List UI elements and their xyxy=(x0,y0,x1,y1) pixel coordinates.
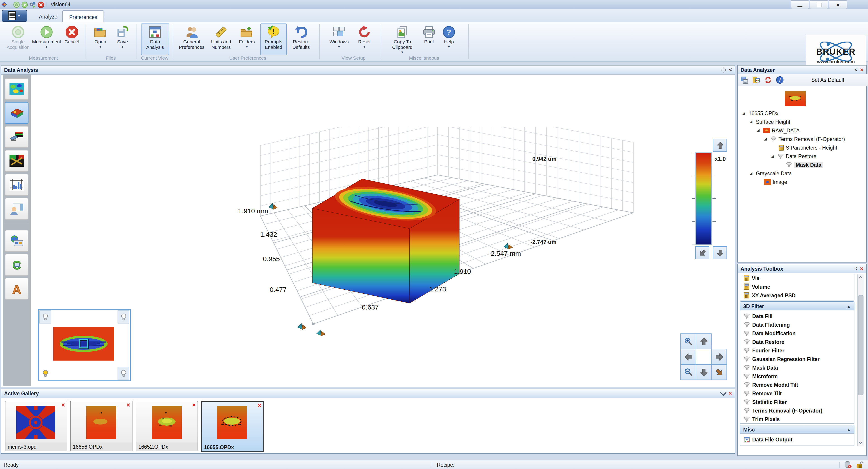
scroll-down-icon[interactable] xyxy=(859,440,863,445)
toolbox-item-remove-tilt[interactable]: Remove Tilt xyxy=(740,389,857,398)
dataset-thumbnail[interactable] xyxy=(785,91,806,106)
tree-item-surface-height[interactable]: ◢Surface Height xyxy=(749,118,790,126)
expand-arrow-icon[interactable]: ◢ xyxy=(749,171,754,175)
scroll-up-icon[interactable] xyxy=(859,276,863,280)
folders-button[interactable]: Folders▼ xyxy=(236,24,258,55)
tree-item-image[interactable]: Image xyxy=(764,177,787,186)
database-log-icon[interactable] xyxy=(752,76,761,84)
toolbox-item-data-restore[interactable]: Data Restore xyxy=(740,337,857,346)
expand-arrow-icon[interactable]: ◢ xyxy=(757,128,761,132)
collapse-panel-icon[interactable]: < xyxy=(729,67,732,72)
light-toggle-top-right[interactable] xyxy=(118,310,129,324)
toolbox-scrollbar[interactable] xyxy=(857,274,864,446)
section-misc[interactable]: Misc▲ xyxy=(740,425,855,434)
light-toggle-top-left[interactable] xyxy=(39,310,51,324)
view-x-profile-button[interactable] xyxy=(5,150,29,172)
navigator-minimap[interactable] xyxy=(38,309,131,381)
toolbox-item-xy-averaged-psd[interactable]: XY Averaged PSD xyxy=(740,291,855,300)
export-data-icon[interactable] xyxy=(741,76,749,84)
refresh-icon[interactable] xyxy=(764,76,772,84)
tree-item-data-restore[interactable]: ◢ Data Restore xyxy=(771,152,816,160)
toolbox-item-data-file-output[interactable]: Data File Output xyxy=(740,435,857,444)
expand-panel-icon[interactable] xyxy=(721,67,726,72)
unlock-icon[interactable] xyxy=(856,461,864,469)
setup-gears-icon[interactable] xyxy=(29,1,37,8)
tree-item-grayscale-data[interactable]: ◢Grayscale Data xyxy=(749,169,792,177)
data-analysis-button[interactable]: Data Analysis xyxy=(141,24,169,55)
gallery-card-16655-selected[interactable]: × 16655.OPDx xyxy=(201,401,264,452)
minimize-button[interactable] xyxy=(791,0,809,9)
open-button[interactable]: Open▼ xyxy=(90,24,111,55)
tree-item-terms-removal[interactable]: ◢ Terms Removal (F-Operator) xyxy=(764,135,845,143)
copy-to-clipboard-button[interactable]: Copy To Clipboard▼ xyxy=(387,24,418,55)
help-button[interactable]: ? Help▼ xyxy=(439,24,458,55)
general-preferences-button[interactable]: General Preferences xyxy=(177,24,206,55)
info-icon[interactable]: i xyxy=(776,76,784,84)
rotate-handle-icon[interactable] xyxy=(504,243,512,249)
tree-item-file[interactable]: ◢16655.OPDx xyxy=(742,109,778,118)
gallery-card-mems3[interactable]: × mems-3.opd xyxy=(5,401,67,451)
toolbox-item-trim-pixels[interactable]: Trim Pixels xyxy=(740,415,857,423)
toolbox-item-data-flattening[interactable]: Data Flattening xyxy=(740,320,857,329)
toolbox-item-statistic-filter[interactable]: Statistic Filter xyxy=(740,398,857,406)
restore-defaults-button[interactable]: Restore Defaults xyxy=(287,24,315,55)
toolbox-item-mask-data[interactable]: Mask Data xyxy=(740,363,857,372)
reset-view-button[interactable] xyxy=(711,364,727,380)
tab-preferences[interactable]: Preferences xyxy=(62,10,104,23)
pan-down-button[interactable] xyxy=(696,364,712,380)
close-panel-icon[interactable]: × xyxy=(860,266,864,272)
tree-item-mask-data[interactable]: Mask Data xyxy=(786,160,823,169)
toolbox-item-microform[interactable]: Microform xyxy=(740,372,857,380)
toolbox-item-gaussian-regression-filter[interactable]: Gaussian Regression Filter xyxy=(740,355,857,363)
run-icon[interactable] xyxy=(20,1,29,8)
light-toggle-bottom-right[interactable] xyxy=(118,367,129,380)
tree-item-s-parameters[interactable]: S Parameters - Height xyxy=(778,143,837,152)
view-export-button[interactable] xyxy=(5,230,29,252)
acquire-icon[interactable] xyxy=(12,1,20,8)
app-menu-button[interactable]: ▼ xyxy=(2,10,27,22)
measurement-button[interactable]: Measurement▼ xyxy=(33,24,61,55)
toolbox-item-volume[interactable]: Volume xyxy=(740,282,855,291)
remove-item-icon[interactable]: × xyxy=(258,402,261,408)
toolbox-item-data-fill[interactable]: Data Fill xyxy=(740,312,857,320)
expand-arrow-icon[interactable]: ◢ xyxy=(749,120,754,124)
remove-item-icon[interactable]: × xyxy=(127,402,130,408)
units-and-numbers-button[interactable]: Units and Numbers xyxy=(207,24,235,55)
colorbar[interactable] xyxy=(696,153,712,245)
rotate-handle-icon[interactable] xyxy=(317,330,325,336)
tab-analyze[interactable]: Analyze xyxy=(33,11,64,22)
collapse-gallery-icon[interactable] xyxy=(720,389,727,396)
toolbox-item-data-modification[interactable]: Data Modification xyxy=(740,329,857,337)
pan-up-button[interactable] xyxy=(696,333,712,349)
rotate-handle-icon[interactable] xyxy=(298,324,306,330)
gallery-card-16656[interactable]: × 16656.OPDx xyxy=(70,401,132,451)
windows-button[interactable]: Windows▼ xyxy=(326,24,352,55)
single-acquisition-button[interactable]: Single Acquisition xyxy=(4,24,32,55)
zoom-in-button[interactable] xyxy=(680,333,696,349)
view-slice-button[interactable] xyxy=(5,126,29,148)
section-3d-filter[interactable]: 3D Filter▲ xyxy=(740,301,855,311)
remove-item-icon[interactable]: × xyxy=(192,402,196,408)
reset-button[interactable]: Reset▼ xyxy=(353,24,375,55)
cancel-button[interactable]: Cancel xyxy=(61,24,82,55)
tree-item-raw-data[interactable]: ◢ RAW_DATA xyxy=(757,126,800,135)
save-button[interactable]: Save▼ xyxy=(112,24,133,55)
remove-item-icon[interactable]: × xyxy=(61,402,65,408)
expand-arrow-icon[interactable]: ◢ xyxy=(771,154,776,158)
zoom-out-button[interactable] xyxy=(680,364,696,380)
view-3d-button[interactable] xyxy=(5,102,29,124)
pan-right-button[interactable] xyxy=(711,349,727,365)
light-toggle-bottom-left-on[interactable] xyxy=(39,367,51,380)
restore-button[interactable] xyxy=(810,0,828,9)
surface-3d-plot[interactable]: 1.910 mm 1.432 0.955 0.477 0.637 1.273 1… xyxy=(136,127,679,380)
stop-icon[interactable] xyxy=(37,1,45,8)
colorbar-restore-button[interactable] xyxy=(695,246,709,259)
expand-arrow-icon[interactable]: ◢ xyxy=(742,111,747,115)
toolbox-item-fourier-filter[interactable]: Fourier Filter xyxy=(740,346,857,355)
prompts-enabled-button[interactable]: ! Prompts Enabled xyxy=(260,24,287,55)
toolbox-item-terms-removal[interactable]: Terms Removal (F-Operator) xyxy=(740,406,857,415)
close-panel-icon[interactable]: × xyxy=(728,390,732,396)
close-panel-icon[interactable]: × xyxy=(860,67,864,73)
collapse-panel-icon[interactable]: < xyxy=(855,266,857,271)
view-annotation-button[interactable]: A xyxy=(5,278,29,300)
